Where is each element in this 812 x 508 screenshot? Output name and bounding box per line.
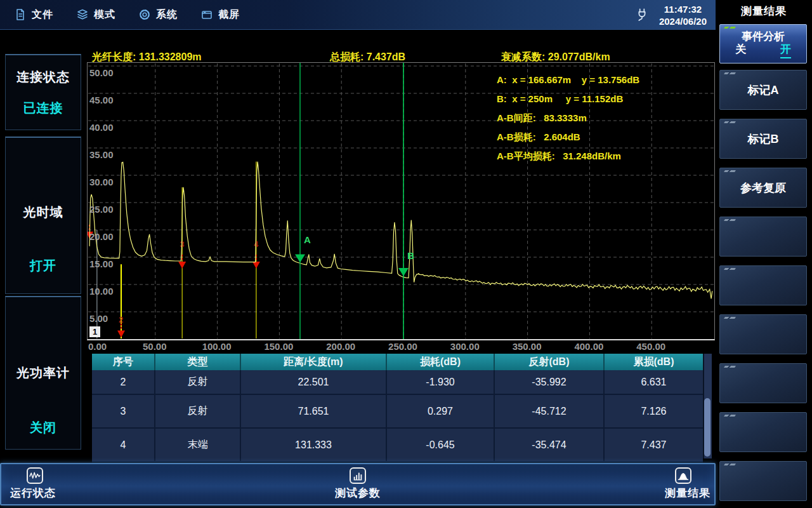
menu-screenshot-item[interactable]: 截屏: [200, 8, 240, 22]
column-header: 序号: [92, 354, 155, 370]
svg-text:B: B: [407, 250, 414, 261]
table-cell: 7.126: [605, 395, 703, 427]
power-meter-panel[interactable]: 光功率计 关闭: [5, 296, 81, 450]
x-tick-label: 50.00: [134, 341, 175, 352]
y-tick-label: 5.00: [89, 313, 108, 324]
svg-text:2: 2: [119, 315, 123, 324]
svg-text:A: A: [304, 234, 311, 245]
top-menu-bar: 文件模式系统截屏 11:47:32 2024/06/20: [0, 0, 716, 30]
waveform-icon: [27, 467, 43, 484]
gear-icon: [138, 8, 151, 21]
tab-measure-results[interactable]: 测量结果: [665, 467, 710, 500]
empty-slot-button[interactable]: [719, 265, 807, 305]
x-tick-label: 300.00: [445, 341, 485, 352]
reference-restore-button[interactable]: 参考复原: [719, 168, 807, 208]
empty-slot-button[interactable]: [719, 461, 807, 501]
marker-info-line: B: x = 250m y = 11.152dB: [497, 90, 639, 109]
table-row[interactable]: 4末端131.333-0.645-35.4747.437: [92, 429, 703, 462]
table-scrollbar-thumb[interactable]: [704, 398, 710, 457]
connection-status-panel[interactable]: 连接状态 已连接: [5, 54, 81, 130]
table-cell: 131.333: [241, 429, 387, 461]
otdr-module-panel[interactable]: 光时域 打开: [5, 137, 81, 294]
date-text: 2024/06/20: [659, 15, 707, 27]
y-tick-label: 20.00: [89, 231, 114, 242]
menu-label: 文件: [32, 8, 53, 22]
toggle-off-label[interactable]: 关: [735, 42, 746, 58]
x-tick-label: 0.00: [88, 341, 129, 352]
toggle-on-label[interactable]: 开: [780, 42, 791, 58]
table-cell: 2: [92, 370, 155, 394]
y-tick-label: 30.00: [89, 177, 114, 187]
table-cell: 末端: [155, 429, 241, 461]
marker-info-line: A-B损耗: 2.604dB: [497, 128, 639, 147]
table-cell: 22.501: [241, 370, 387, 394]
y-tick-label: 10.00: [89, 286, 114, 297]
right-panel-title: 测量结果: [716, 4, 812, 18]
event-analysis-toggle[interactable]: 事件分析 关 开: [719, 24, 807, 64]
empty-slot-button[interactable]: [719, 412, 807, 452]
menu-label: 截屏: [218, 8, 240, 22]
table-cell: 6.631: [605, 370, 703, 394]
column-header: 损耗(dB): [387, 354, 495, 370]
empty-slot-button[interactable]: [719, 363, 807, 403]
y-tick-label: 40.00: [89, 122, 114, 133]
bars-chart-icon: [350, 467, 366, 484]
column-header: 类型: [155, 354, 241, 370]
table-cell: -45.712: [495, 395, 605, 427]
time-text: 11:47:32: [659, 3, 707, 15]
layers-icon: [76, 8, 89, 21]
panel-title: 光时域: [6, 204, 81, 221]
event-analysis-states: 关 开: [720, 42, 806, 58]
table-cell: -35.474: [495, 429, 605, 461]
tab-label: 测量结果: [665, 486, 710, 500]
y-tick-label: 50.00: [89, 67, 114, 78]
y-tick-label: 45.00: [89, 95, 114, 105]
menu-layers-item[interactable]: 模式: [76, 8, 115, 22]
trace-number-badge: 1: [89, 326, 100, 337]
svg-text:4: 4: [254, 239, 259, 249]
table-row[interactable]: 2反射22.501-1.930-35.9926.631: [92, 370, 703, 395]
panel-title: 光功率计: [6, 364, 81, 382]
x-tick-label: 400.00: [568, 341, 609, 352]
marker-info-line: A-B平均损耗: 31.248dB/km: [497, 147, 639, 166]
x-tick-label: 250.00: [383, 341, 423, 352]
marker-a-button[interactable]: 标记A: [719, 70, 807, 110]
tab-label: 测试参数: [335, 486, 381, 500]
y-tick-label: 35.00: [89, 149, 114, 160]
table-cell: 71.651: [241, 395, 387, 427]
menu-gear-item[interactable]: 系统: [138, 8, 178, 22]
menu-label: 模式: [94, 8, 115, 22]
table-cell: 0.297: [387, 395, 495, 427]
table-cell: 反射: [155, 395, 241, 427]
menu-file-item[interactable]: 文件: [14, 8, 53, 22]
menu-label: 系统: [156, 8, 178, 22]
empty-slot-button[interactable]: [719, 217, 807, 257]
table-row[interactable]: 3反射71.6510.297-45.7127.126: [92, 395, 703, 429]
event-table[interactable]: 序号类型距离/长度(m)损耗(dB)反射(dB)累损(dB)2反射22.501-…: [92, 354, 703, 462]
otdr-instrument-screen: { "topbar": { "menu": [ {"label": "文件", …: [0, 0, 812, 508]
marker-info-line: A: x = 166.667m y = 13.756dB: [497, 70, 639, 90]
table-cell: 7.437: [605, 429, 703, 461]
tab-test-params[interactable]: 测试参数: [335, 467, 381, 500]
marker-info-block: A: x = 166.667m y = 13.756dBB: x = 250m …: [497, 70, 639, 166]
marker-b-button[interactable]: 标记B: [719, 119, 807, 159]
x-tick-label: 150.00: [258, 341, 299, 352]
column-header: 距离/长度(m): [241, 354, 387, 370]
bottom-tab-bar: 运行状态测试参数测量结果: [0, 463, 716, 505]
panel-value: 关闭: [6, 419, 81, 436]
table-cell: -35.992: [495, 370, 605, 394]
y-tick-label: 15.00: [89, 258, 114, 269]
menu-items: 文件模式系统截屏: [14, 8, 263, 22]
tab-run-status[interactable]: 运行状态: [10, 467, 56, 500]
screenshot-icon: [200, 8, 213, 21]
otdr-trace-plot[interactable]: 234AB A: x = 166.667m y = 13.756dBB: x =…: [87, 62, 715, 340]
button-label: 标记B: [720, 119, 806, 158]
button-label: 参考复原: [720, 168, 806, 207]
x-tick-label: 200.00: [320, 341, 361, 352]
empty-slot-button[interactable]: [719, 314, 807, 354]
column-header: 累损(dB): [605, 354, 703, 370]
topbar-status-area: 11:47:32 2024/06/20: [635, 0, 710, 30]
table-cell: 反射: [155, 370, 241, 394]
panel-value: 打开: [6, 257, 81, 274]
panel-value: 已连接: [6, 100, 81, 117]
